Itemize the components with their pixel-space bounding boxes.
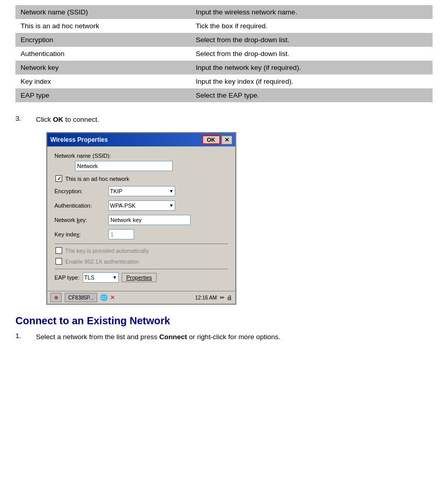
ssid-section: Network name (SSID): [54, 153, 228, 171]
connect-section: Connect to an Existing Network 1. Select… [15, 315, 433, 342]
keyindex-row: Key index: [54, 229, 228, 239]
step3-post: to connect. [63, 116, 99, 123]
dialog-body: Network name (SSID): This is an ad hoc n… [47, 146, 235, 291]
autoprovide-checkbox[interactable] [55, 247, 62, 254]
adhoc-row: This is an ad hoc network [54, 175, 228, 182]
table-cell-col2: Tick the box if required. [191, 19, 433, 33]
enable8021x-row: Enable 802.1X authentication [54, 258, 228, 265]
wireless-properties-dialog: Wireless Properties OK ✕ Network name (S… [46, 132, 236, 305]
enable8021x-checkbox[interactable] [55, 258, 62, 265]
start-icon[interactable]: ⊞ [50, 293, 62, 302]
auth-label: Authentication: [54, 202, 108, 209]
ssid-input[interactable] [75, 161, 173, 171]
table-row: Network name (SSID)Input the wireless ne… [15, 5, 433, 19]
table-cell-col1: Encryption [15, 33, 191, 47]
table-cell-col1: Key index [15, 75, 191, 88]
table-row: This is an ad hoc networkTick the box if… [15, 19, 433, 33]
table-cell-col2: Select from the drop-down list. [191, 47, 433, 61]
connect-step1-post: or right-click for more options. [187, 333, 281, 341]
auth-arrow-icon: ▼ [169, 203, 174, 208]
encryption-arrow-icon: ▼ [169, 189, 174, 194]
netkey-label: Network key: [54, 217, 108, 223]
table-cell-col2: Input the key index (if required). [191, 75, 433, 88]
netkey-underline: k [77, 217, 80, 223]
netkey-input[interactable] [108, 215, 191, 225]
keyindex-underline: x [77, 231, 80, 237]
table-row: EncryptionSelect from the drop-down list… [15, 33, 433, 47]
table-cell-col1: EAP type [15, 88, 191, 102]
table-row: Network keyInput the network key (if req… [15, 61, 433, 75]
step-row-3: 3. Click OK to connect. [15, 115, 433, 125]
edit-icon: ✏ [220, 294, 225, 301]
connect-step1-number: 1. [15, 332, 36, 340]
adhoc-checkbox[interactable] [55, 175, 62, 182]
autoprovide-row: The key is provided automatically [54, 247, 228, 254]
autoprovide-label: The key is provided automatically [65, 248, 149, 254]
network-icon: 🌐 [100, 294, 108, 301]
table-cell-col1: Network key [15, 61, 191, 75]
dialog-taskbar: ⊞ CF8385P... 🌐 ✕ 12:16 AM ✏ 🖨 [47, 291, 235, 304]
encryption-select[interactable]: TKIP ▼ [108, 186, 175, 196]
page-content: Network name (SSID)Input the wireless ne… [0, 0, 448, 365]
eap-select[interactable]: TLS ▼ [83, 272, 119, 283]
dialog-titlebar: Wireless Properties OK ✕ [47, 133, 235, 146]
connect-step1-row: 1. Select a network from the list and pr… [15, 332, 433, 342]
table-row: AuthenticationSelect from the drop-down … [15, 47, 433, 61]
step-section: 3. Click OK to connect. Wireless Propert… [15, 115, 433, 305]
auth-select[interactable]: WPA-PSK ▼ [108, 200, 175, 211]
dialog-titlebar-buttons: OK ✕ [202, 135, 233, 144]
encryption-label: Encryption: [54, 188, 108, 194]
dialog-ok-button[interactable]: OK [202, 135, 221, 144]
dialog-separator [54, 244, 228, 244]
enable8021x-label: Enable 802.1X authentication [65, 258, 139, 265]
signal-icon: ✕ [110, 294, 115, 301]
step-number-3: 3. [15, 115, 36, 122]
eap-label: EAP type: [54, 274, 80, 281]
auth-row: Authentication: WPA-PSK ▼ [54, 200, 228, 211]
connect-step1-bold: Connect [159, 333, 187, 341]
keyindex-label: Key index: [54, 231, 108, 237]
connect-step1-pre: Select a network from the list and press [36, 333, 159, 341]
ssid-input-row [54, 161, 228, 171]
table-cell-col2: Input the wireless network name. [191, 5, 433, 19]
table-row: Key indexInput the key index (if require… [15, 75, 433, 88]
eap-value: TLS [84, 274, 95, 281]
step3-pre: Click [36, 116, 53, 123]
taskbar-time: 12:16 AM [195, 295, 217, 301]
table-cell-col2: Select the EAP type. [191, 88, 433, 102]
step3-bold: OK [53, 116, 63, 123]
info-table: Network name (SSID)Input the wireless ne… [15, 5, 433, 102]
taskbar-extra-icons: ✏ 🖨 [220, 294, 232, 301]
dialog-title: Wireless Properties [50, 136, 108, 143]
eap-properties-button[interactable]: Properties [122, 273, 157, 282]
table-cell-col1: Network name (SSID) [15, 5, 191, 19]
auth-value: WPA-PSK [110, 202, 136, 209]
print-icon: 🖨 [227, 294, 232, 301]
table-cell-col1: Authentication [15, 47, 191, 61]
table-row: EAP typeSelect the EAP type. [15, 88, 433, 102]
encryption-value: TKIP [110, 188, 122, 194]
table-cell-col2: Input the network key (if required). [191, 61, 433, 75]
dialog-container: Wireless Properties OK ✕ Network name (S… [46, 132, 433, 305]
dialog-separator-2 [54, 269, 228, 269]
ssid-label: Network name (SSID): [54, 153, 228, 159]
netkey-row: Network key: [54, 215, 228, 225]
table-cell-col1: This is an ad hoc network [15, 19, 191, 33]
encryption-row: Encryption: TKIP ▼ [54, 186, 228, 196]
step-text-3: Click OK to connect. [36, 115, 99, 125]
adhoc-label: This is an ad hoc network [65, 176, 129, 182]
eap-arrow-icon: ▼ [113, 275, 117, 280]
connect-step1-text: Select a network from the list and press… [36, 332, 281, 342]
taskbar-icons: 🌐 ✕ [100, 294, 115, 301]
taskbar-item[interactable]: CF8385P... [65, 293, 97, 302]
table-cell-col2: Select from the drop-down list. [191, 33, 433, 47]
connect-heading: Connect to an Existing Network [15, 315, 433, 327]
keyindex-input[interactable] [108, 229, 134, 239]
eap-row: EAP type: TLS ▼ Properties [54, 272, 228, 283]
dialog-close-button[interactable]: ✕ [221, 136, 232, 144]
